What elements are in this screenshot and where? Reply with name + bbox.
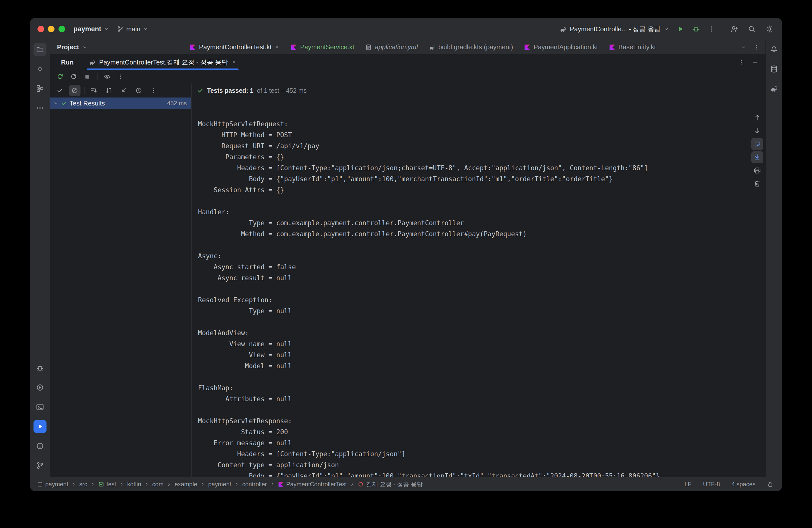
breadcrumb-label: PaymentControllerTest [286,481,347,488]
scroll-to-end-button[interactable] [751,151,763,163]
breadcrumb-item[interactable]: controller [242,481,267,488]
run-tab[interactable]: PaymentControllerTest.결제 요청 - 성공 응답 [87,55,239,70]
run-window-options-button[interactable] [738,59,744,65]
test-history-button[interactable] [133,85,145,96]
tab-label: PaymentControllerTest.kt [199,43,272,51]
structure-tool-button[interactable] [33,82,46,95]
database-icon [770,65,778,73]
navigate-to-test-button[interactable] [118,85,130,96]
database-tool-button[interactable] [768,62,781,75]
run-configuration-name: PaymentControlle... - 성공 응답 [570,25,661,33]
bell-icon [770,45,778,54]
chevron-down-icon [664,26,669,32]
clock-icon [135,87,143,94]
soft-wrap-button[interactable] [751,138,763,150]
breadcrumb-separator-icon [119,482,124,487]
breadcrumb-item-test-class[interactable]: PaymentControllerTest [278,481,347,488]
test-results-label: Test Results [70,100,105,107]
breadcrumb-item[interactable]: kotlin [127,481,141,488]
sort-by-duration-button[interactable] [103,85,115,96]
readonly-toggle[interactable] [767,481,773,487]
settings-button[interactable] [765,25,773,33]
test-root-icon [98,481,104,487]
sort-tests-button[interactable] [88,85,100,96]
close-icon[interactable] [232,60,236,65]
breadcrumb-item[interactable]: src [79,481,87,488]
console-output[interactable]: MockHttpServletRequest: HTTP Method = PO… [191,98,749,477]
filter-ignored-button[interactable] [69,85,81,96]
test-passed-icon [61,100,67,106]
toolbar-separator [97,73,98,80]
hide-tool-window-button[interactable] [752,59,758,65]
scroll-down-button[interactable] [751,125,763,137]
zoom-window-button[interactable] [58,26,65,32]
version-control-tool-button[interactable] [33,459,46,472]
tests-more-options-button[interactable] [148,85,160,96]
chevron-down-icon [143,26,148,32]
rerun-failed-tests-button[interactable] [70,73,77,80]
project-widget[interactable]: payment [73,25,109,33]
rerun-button[interactable] [57,73,64,80]
breadcrumb-item-test-root[interactable]: test [98,481,116,488]
breadcrumb-item-test-method[interactable]: 결제 요청 - 성공 응답 [358,480,423,488]
problems-tool-button[interactable] [33,440,46,453]
project-tool-button[interactable] [33,43,46,56]
encoding-widget[interactable]: UTF-8 [703,481,720,488]
tab-application-yml[interactable]: application.yml [360,40,423,54]
run-tool-button[interactable] [33,420,46,433]
minimize-window-button[interactable] [48,26,55,32]
show-options-button[interactable] [103,73,111,80]
scroll-up-button[interactable] [751,112,763,123]
project-tool-window-header[interactable]: Project [50,40,183,54]
line-separator-widget[interactable]: LF [684,481,692,488]
breadcrumb-item-module[interactable]: payment [37,481,68,488]
sort-icon [90,87,98,94]
git-branch-icon [117,26,124,32]
notifications-button[interactable] [768,43,781,56]
stop-button[interactable] [84,73,91,80]
top-bar: Project PaymentControllerTest.kt Payment… [50,40,766,55]
commit-icon [36,65,44,73]
tabs-options-button[interactable] [753,44,759,50]
tab-payment-application[interactable]: PaymentApplication.kt [519,40,603,54]
commit-tool-button[interactable] [33,62,46,75]
tab-build-gradle[interactable]: build.gradle.kts (payment) [423,40,519,54]
terminal-tool-button[interactable] [33,400,46,413]
kotlin-file-icon [290,44,297,50]
breadcrumb: payment src test kotlin com example paym… [37,480,423,488]
left-tool-stripe [30,40,50,477]
tab-payment-service[interactable]: PaymentService.kt [285,40,360,54]
minimize-icon [752,59,758,65]
run-window-actions [738,59,758,65]
run-configuration-selector[interactable]: PaymentControlle... - 성공 응답 [559,25,669,33]
run-toolbar-more-button[interactable] [117,73,124,80]
search-everywhere-button[interactable] [748,25,756,33]
more-run-actions-button[interactable] [708,25,715,33]
vcs-branch-widget[interactable]: main [117,25,148,33]
chevron-down-icon[interactable] [53,101,58,106]
tab-base-entity[interactable]: BaseEntity.kt [604,40,662,54]
close-window-button[interactable] [38,26,44,32]
breadcrumb-item[interactable]: com [152,481,163,488]
debug-tool-button[interactable] [33,362,46,375]
indent-widget[interactable]: 4 spaces [731,481,755,488]
run-button[interactable] [677,25,684,33]
code-with-me-button[interactable] [730,25,739,33]
tab-payment-controller-test[interactable]: PaymentControllerTest.kt [184,40,285,54]
hidden-tabs-button[interactable] [740,44,746,50]
clear-console-button[interactable] [751,178,763,190]
services-tool-button[interactable] [33,381,46,394]
debug-button[interactable] [692,25,700,33]
test-results-row[interactable]: Test Results 452 ms [50,98,191,109]
tests-panel: Test Results 452 ms [50,84,191,477]
filter-passed-button[interactable] [54,85,66,96]
more-tool-windows-button[interactable] [33,102,46,115]
breadcrumb-item[interactable]: example [174,481,197,488]
gradle-tool-button[interactable] [768,82,781,95]
print-button[interactable] [751,164,763,176]
breadcrumb-item[interactable]: payment [208,481,231,488]
editor-tabs: PaymentControllerTest.kt PaymentService.… [183,40,766,54]
toolbar-separator [84,87,85,94]
run-tool-window: Run PaymentControllerTest.결제 요청 - 성공 응답 [50,55,766,477]
close-icon[interactable] [275,45,279,50]
